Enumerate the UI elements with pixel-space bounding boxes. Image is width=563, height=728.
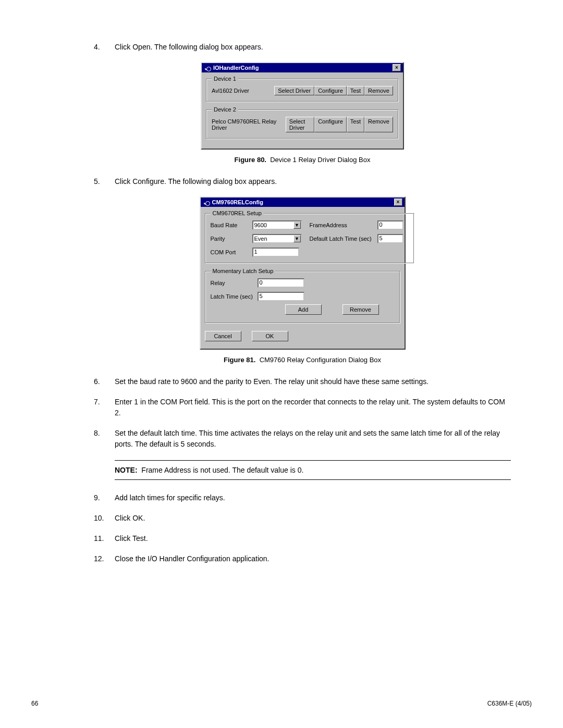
step-text: Click Test. xyxy=(115,533,511,544)
iohandler-config-dialog: IOHandlerConfig × Device 1 Avl1602 Drive… xyxy=(201,62,404,150)
parity-select[interactable]: Even ▼ xyxy=(252,234,302,243)
frame-address-label: FrameAddress xyxy=(310,222,377,228)
dialog-title: IOHandlerConfig xyxy=(213,65,259,71)
select-driver-button[interactable]: Select Driver xyxy=(274,86,314,95)
step-text: Set the default latch time. This time ac… xyxy=(115,428,511,450)
momentary-fieldset: Momentary Latch Setup Relay 0 Latch Time… xyxy=(205,268,400,324)
device1-fieldset: Device 1 Avl1602 Driver Select Driver Co… xyxy=(206,76,399,102)
step-number: 4. xyxy=(94,42,115,53)
step-number: 11. xyxy=(94,533,115,544)
step-number: 8. xyxy=(94,428,115,450)
step-number: 7. xyxy=(94,397,115,418)
momentary-legend: Momentary Latch Setup xyxy=(211,268,276,274)
device2-legend: Device 2 xyxy=(212,106,238,113)
figure-caption: Figure 81. CM9760 Relay Configuration Di… xyxy=(94,356,511,364)
relay-input[interactable]: 0 xyxy=(258,278,304,288)
close-icon[interactable]: × xyxy=(394,199,402,206)
step-text: Set the baud rate to 9600 and the parity… xyxy=(115,376,511,387)
close-icon[interactable]: × xyxy=(393,64,401,71)
step-text: Click OK. xyxy=(115,513,511,524)
step-number: 10. xyxy=(94,513,115,524)
chevron-down-icon[interactable]: ▼ xyxy=(293,221,301,229)
add-button[interactable]: Add xyxy=(285,304,322,315)
configure-button[interactable]: Configure xyxy=(314,117,347,132)
test-button[interactable]: Test xyxy=(347,117,364,132)
titlebar[interactable]: IOHandlerConfig × xyxy=(202,63,403,72)
cancel-button[interactable]: Cancel xyxy=(205,331,241,341)
step-number: 6. xyxy=(94,376,115,387)
com-port-label: COM Port xyxy=(211,249,252,255)
cm9760rel-config-dialog: CM9760RELConfig × CM9670REL Setup Baud R… xyxy=(200,196,406,350)
device2-fieldset: Device 2 Pelco CM9760REL Relay Driver Se… xyxy=(206,106,399,139)
default-latch-label: Default Latch Time (sec) xyxy=(310,236,377,242)
step-text: Enter 1 in the COM Port field. This is t… xyxy=(115,397,511,418)
com-port-input[interactable]: 1 xyxy=(252,248,299,257)
test-button[interactable]: Test xyxy=(347,86,364,95)
baud-rate-label: Baud Rate xyxy=(211,222,252,228)
ok-button[interactable]: OK xyxy=(252,331,288,341)
magnifier-icon xyxy=(203,199,210,206)
baud-rate-select[interactable]: 9600 ▼ xyxy=(252,220,302,230)
step-number: 5. xyxy=(94,176,115,187)
chevron-down-icon[interactable]: ▼ xyxy=(293,235,301,242)
frame-address-input[interactable]: 0 xyxy=(377,220,403,230)
default-latch-input[interactable]: 5 xyxy=(377,234,403,243)
relay-label: Relay xyxy=(211,280,258,286)
dialog-title: CM9760RELConfig xyxy=(212,199,263,205)
configure-button[interactable]: Configure xyxy=(314,86,347,95)
latch-time-label: Latch Time (sec) xyxy=(211,293,258,300)
note-box: NOTE: Frame Address is not used. The def… xyxy=(115,460,511,480)
device1-legend: Device 1 xyxy=(212,76,238,82)
step-number: 12. xyxy=(94,553,115,564)
doc-id: C636M-E (4/05) xyxy=(487,700,532,707)
remove-button[interactable]: Remove xyxy=(364,86,393,95)
step-number: 9. xyxy=(94,492,115,503)
magnifier-icon xyxy=(204,64,211,71)
setup-fieldset: CM9670REL Setup Baud Rate 9600 ▼ FrameAd… xyxy=(205,210,414,264)
titlebar[interactable]: CM9760RELConfig × xyxy=(201,198,405,207)
step-text: Add latch times for specific relays. xyxy=(115,492,511,503)
figure-caption: Figure 80. Device 1 Relay Driver Dialog … xyxy=(94,156,511,164)
page-number: 66 xyxy=(31,700,38,707)
remove-button[interactable]: Remove xyxy=(364,117,393,132)
device1-driver-text: Avl1602 Driver xyxy=(212,88,249,94)
parity-label: Parity xyxy=(211,236,252,242)
device2-driver-text: Pelco CM9760REL Relay Driver xyxy=(212,118,286,131)
step-text: Click Open. The following dialog box app… xyxy=(115,42,511,53)
select-driver-button[interactable]: Select Driver xyxy=(286,117,314,132)
remove-button[interactable]: Remove xyxy=(342,304,379,315)
step-text: Close the I/O Handler Configuration appl… xyxy=(115,553,511,564)
latch-time-input[interactable]: 5 xyxy=(258,292,304,301)
step-text: Click Configure. The following dialog bo… xyxy=(115,176,511,187)
setup-legend: CM9670REL Setup xyxy=(211,210,264,216)
